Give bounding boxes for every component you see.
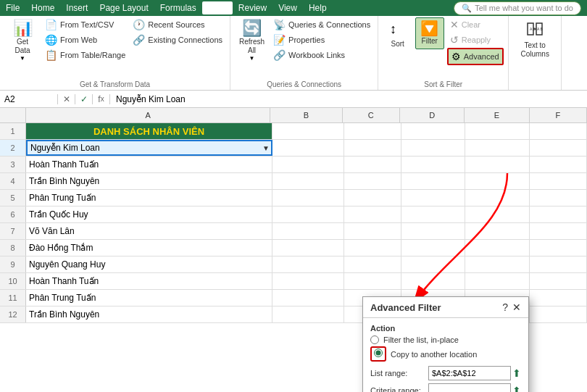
dialog-title-text: Advanced Filter [370, 302, 441, 313]
advanced-label: Advanced [464, 52, 499, 61]
copy-to-location-label: Copy to another location [391, 350, 477, 359]
filter-in-place-radio[interactable] [370, 335, 379, 344]
action-section: Action Filter the list, in-place Copy to… [370, 324, 521, 362]
from-table-label: From Table/Range [60, 51, 125, 59]
svg-text:↕: ↕ [390, 22, 396, 36]
filter-button[interactable]: 🔽 Filter [415, 17, 444, 49]
list-range-input[interactable]: $A$2:$A$12 [428, 366, 511, 380]
cell-reference-box[interactable]: A2 [0, 94, 58, 104]
queries-connections-button[interactable]: 📡 Queries & Connections [270, 17, 373, 32]
dialog-question-icon[interactable]: ? [502, 301, 508, 313]
queries-icon: 📡 [273, 19, 286, 30]
menu-review[interactable]: Review [233, 1, 272, 14]
cancel-edit-icon[interactable]: ✕ [63, 94, 70, 104]
tell-me-text: Tell me what you want to do [475, 4, 573, 12]
advanced-button[interactable]: ⚙ Advanced [447, 48, 504, 65]
menu-view[interactable]: View [272, 1, 303, 14]
workbook-links-button[interactable]: 🔗 Workbook Links [270, 48, 373, 62]
filter-icon: 🔽 [420, 21, 438, 36]
group-get-transform: 📊 GetData ▼ 📄 From Text/CSV 🌐 From Web 📋… [0, 16, 230, 90]
insert-function-icon[interactable]: fx [93, 94, 110, 104]
dialog-controls: ? ✕ [502, 301, 521, 313]
copy-to-location-radio[interactable] [374, 349, 383, 357]
workbook-links-icon: 🔗 [273, 49, 286, 61]
dialog-overlay: Advanced Filter ? ✕ Action Filter the li… [0, 108, 587, 323]
text-to-columns-label: Text toColumns [520, 41, 549, 59]
queries-label: Queries & Connections [288, 20, 370, 29]
search-icon: 🔍 [462, 4, 472, 13]
reapply-button[interactable]: ↺ Reapply [447, 33, 504, 47]
menu-file[interactable]: File [0, 1, 25, 14]
svg-text:A B: A B [537, 27, 543, 31]
formula-bar: A2 ✕ ✓ fx Nguyễn Kim Loan [0, 91, 587, 108]
reapply-icon: ↺ [450, 34, 459, 46]
properties-label: Properties [288, 36, 325, 44]
refresh-all-button[interactable]: 🔄 RefreshAll ▼ [235, 17, 269, 64]
copy-to-location-radio-selected [370, 346, 386, 362]
svg-text:A B: A B [530, 27, 536, 31]
refresh-label: RefreshAll [239, 38, 265, 55]
group-sort-filter: ↕ Sort 🔽 Filter ✕ Clear ↺ Reapply [378, 16, 509, 90]
menu-insert[interactable]: Insert [60, 1, 93, 14]
from-web-button[interactable]: 🌐 From Web [42, 33, 128, 47]
reapply-label: Reapply [462, 36, 491, 44]
group-queries: 🔄 RefreshAll ▼ 📡 Queries & Connections 📝… [230, 16, 378, 90]
list-range-select-icon[interactable]: ⬆ [512, 367, 521, 379]
filter-label: Filter [422, 37, 438, 46]
ribbon: 📊 GetData ▼ 📄 From Text/CSV 🌐 From Web 📋… [0, 16, 587, 91]
criteria-range-select-icon[interactable]: ⬆ [512, 385, 521, 392]
dialog-body: Action Filter the list, in-place Copy to… [363, 318, 528, 392]
criteria-range-label: Criteria range: [370, 386, 428, 392]
get-data-button[interactable]: 📊 GetData ▼ [4, 17, 41, 64]
menu-home[interactable]: Home [25, 1, 60, 14]
get-data-icon: 📊 [13, 20, 33, 36]
advanced-filter-dialog: Advanced Filter ? ✕ Action Filter the li… [362, 296, 529, 392]
group-queries-label: Queries & Connections [230, 80, 378, 88]
clear-button[interactable]: ✕ Clear [447, 17, 504, 32]
sort-button[interactable]: ↕ Sort [383, 17, 412, 51]
advanced-icon: ⚙ [451, 51, 461, 62]
refresh-icon: 🔄 [242, 20, 262, 36]
list-range-label: List range: [370, 369, 428, 378]
menu-formulas[interactable]: Formulas [154, 1, 202, 14]
clear-icon: ✕ [450, 19, 459, 30]
menu-bar: File Home Insert Page Layout Formulas Da… [0, 0, 587, 16]
confirm-edit-icon[interactable]: ✓ [75, 94, 93, 104]
recent-sources-button[interactable]: 🕐 Recent Sources [130, 17, 225, 32]
existing-connections-icon: 🔗 [133, 34, 145, 46]
sort-label: Sort [391, 40, 404, 49]
workbook-links-label: Workbook Links [288, 51, 345, 59]
dialog-close-icon[interactable]: ✕ [512, 301, 521, 313]
radio-row-2: Copy to another location [370, 346, 521, 362]
menu-help[interactable]: Help [303, 1, 333, 14]
from-table-button[interactable]: 📋 From Table/Range [42, 48, 128, 62]
from-table-icon: 📋 [45, 49, 57, 61]
dialog-title-bar: Advanced Filter ? ✕ [363, 297, 528, 318]
properties-icon: 📝 [273, 34, 286, 46]
spreadsheet-area: A B C D E F 1 DANH SÁCH NHÂN VIÊN 2 Nguy… [0, 108, 587, 323]
recent-sources-label: Recent Sources [148, 20, 204, 29]
from-text-csv-button[interactable]: 📄 From Text/CSV [42, 17, 128, 32]
from-text-csv-icon: 📄 [45, 19, 57, 30]
action-label: Action [370, 324, 521, 333]
clear-label: Clear [462, 20, 480, 29]
recent-sources-icon: 🕐 [133, 19, 145, 30]
formula-input[interactable]: Nguyễn Kim Loan [110, 94, 587, 104]
criteria-range-input[interactable] [428, 383, 511, 392]
tell-me-bar[interactable]: 🔍 Tell me what you want to do [454, 1, 581, 15]
filter-in-place-label: Filter the list, in-place [383, 335, 459, 344]
from-web-icon: 🌐 [45, 34, 57, 46]
existing-connections-button[interactable]: 🔗 Existing Connections [130, 33, 225, 47]
from-web-label: From Web [60, 36, 97, 44]
properties-button[interactable]: 📝 Properties [270, 33, 373, 47]
get-data-label: GetData [14, 38, 30, 55]
sort-icon: ↕ [390, 20, 406, 38]
menu-data[interactable]: Data [202, 1, 233, 14]
menu-page-layout[interactable]: Page Layout [93, 1, 154, 14]
group-get-transform-label: Get & Transform Data [0, 80, 230, 88]
list-range-row: List range: $A$2:$A$12 ⬆ [370, 366, 521, 380]
from-text-csv-label: From Text/CSV [60, 20, 114, 29]
existing-connections-label: Existing Connections [148, 36, 222, 44]
text-to-columns-button[interactable]: A BA B Text toColumns [513, 17, 557, 62]
group-sort-filter-label: Sort & Filter [378, 80, 508, 88]
